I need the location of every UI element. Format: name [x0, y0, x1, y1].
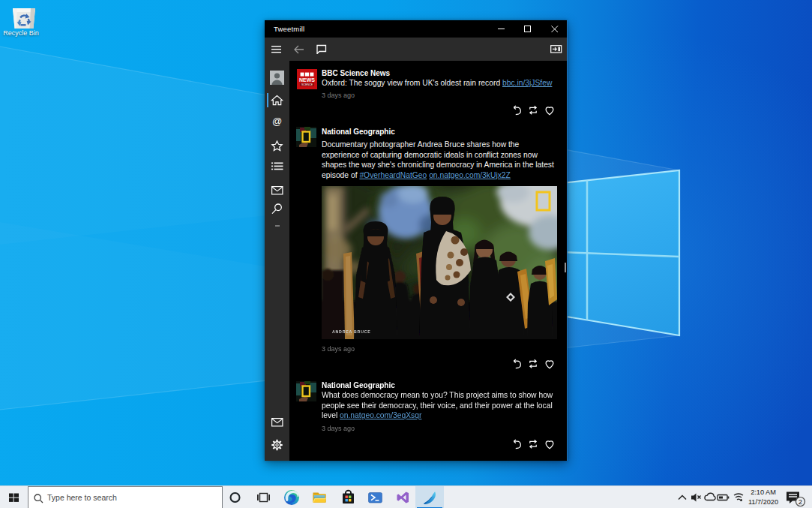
svg-text:2: 2: [799, 497, 802, 506]
svg-text:NEWS: NEWS: [299, 77, 315, 83]
svg-text:ANDREA BRUCE: ANDREA BRUCE: [332, 329, 371, 334]
svg-text:SCIENCE: SCIENCE: [301, 83, 313, 86]
